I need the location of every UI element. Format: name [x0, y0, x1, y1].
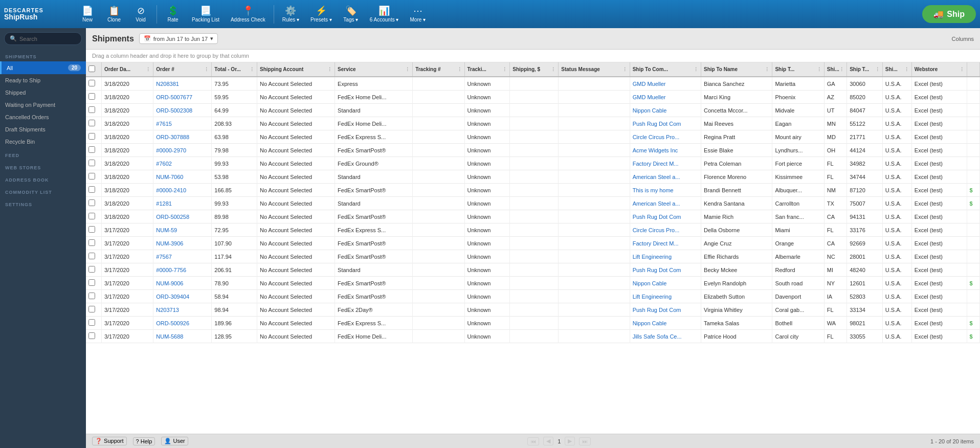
- footer-user-btn[interactable]: 👤 User: [161, 437, 188, 445]
- cell-order-num[interactable]: N208381: [153, 77, 212, 91]
- cell-ship-to-company[interactable]: Nippon Cable: [630, 277, 701, 290]
- row-checkbox[interactable]: [88, 80, 95, 86]
- row-checkbox[interactable]: [88, 186, 95, 193]
- row-checkbox-cell[interactable]: [86, 197, 101, 210]
- col-ship-to-country[interactable]: Shi...⋮: [882, 62, 911, 77]
- sidebar-item-waiting-on-payment[interactable]: Waiting on Payment: [0, 99, 86, 111]
- row-checkbox[interactable]: [88, 133, 95, 140]
- select-all-checkbox[interactable]: [88, 65, 95, 72]
- cell-order-num[interactable]: #1281: [153, 197, 212, 210]
- search-bar[interactable]: 🔍: [4, 32, 82, 45]
- sidebar-item-all[interactable]: All 20: [0, 61, 86, 74]
- cell-ship-to-company[interactable]: Circle Circus Pro...: [630, 130, 701, 144]
- last-page-button[interactable]: ⏭: [579, 437, 591, 445]
- table-container[interactable]: Order Da...⋮ Order #⋮ Total - Or...⋮ Shi…: [86, 62, 980, 434]
- row-checkbox-cell[interactable]: [86, 263, 101, 277]
- cell-order-num[interactable]: ORD-500926: [153, 317, 212, 330]
- row-checkbox[interactable]: [88, 213, 95, 219]
- date-range-button[interactable]: 📅 from Jun 17 to Jun 17 ▾: [139, 33, 218, 44]
- row-checkbox[interactable]: [88, 226, 95, 233]
- col-total[interactable]: Total - Or...⋮: [212, 62, 257, 77]
- cell-order-num[interactable]: ORD-500258: [153, 210, 212, 223]
- void-button[interactable]: ⊘ Void: [128, 3, 153, 26]
- row-checkbox[interactable]: [88, 253, 95, 259]
- cell-order-num[interactable]: NUM-5688: [153, 330, 212, 343]
- row-checkbox[interactable]: [88, 93, 95, 100]
- col-shipping-cost[interactable]: Shipping, $⋮: [510, 62, 559, 77]
- ship-button[interactable]: 🚚 Ship: [922, 5, 976, 23]
- row-checkbox[interactable]: [88, 279, 95, 286]
- row-checkbox[interactable]: [88, 293, 95, 299]
- cell-ship-to-company[interactable]: Nippon Cable: [630, 317, 701, 330]
- cell-order-num[interactable]: ORD-5007677: [153, 91, 212, 104]
- cell-ship-to-company[interactable]: Lift Engineering: [630, 250, 701, 263]
- row-checkbox-cell[interactable]: [86, 144, 101, 157]
- row-checkbox[interactable]: [88, 146, 95, 153]
- first-page-button[interactable]: ⏮: [527, 437, 539, 445]
- next-page-button[interactable]: ▶: [565, 437, 575, 445]
- clone-button[interactable]: 📋 Clone: [101, 3, 127, 26]
- sidebar-item-cancelled-orders[interactable]: Cancelled Orders: [0, 111, 86, 123]
- row-checkbox[interactable]: [88, 239, 95, 246]
- cell-ship-to-company[interactable]: Circle Circus Pro...: [630, 223, 701, 237]
- row-checkbox[interactable]: [88, 332, 95, 339]
- row-checkbox[interactable]: [88, 306, 95, 312]
- cell-order-num[interactable]: #0000-7756: [153, 263, 212, 277]
- cell-ship-to-company[interactable]: American Steel a...: [630, 197, 701, 210]
- cell-order-num[interactable]: #0000-2970: [153, 144, 212, 157]
- footer-help-btn[interactable]: ? Help: [133, 437, 155, 445]
- col-ship-to-name[interactable]: Ship To Name⋮: [701, 62, 772, 77]
- col-service[interactable]: Service⋮: [335, 62, 413, 77]
- prev-page-button[interactable]: ◀: [543, 437, 553, 445]
- row-checkbox-cell[interactable]: [86, 223, 101, 237]
- col-tracking[interactable]: Tracking #⋮: [413, 62, 464, 77]
- col-tracking2[interactable]: Tracki...⋮: [464, 62, 510, 77]
- cell-order-num[interactable]: ORD-5002308: [153, 104, 212, 117]
- row-checkbox[interactable]: [88, 120, 95, 126]
- cell-ship-to-company[interactable]: Nippon Cable: [630, 104, 701, 117]
- presets-button[interactable]: ⚡ Presets ▾: [305, 3, 337, 26]
- col-ship-to-company[interactable]: Ship To Com...⋮: [630, 62, 701, 77]
- footer-support-btn[interactable]: ❓ Support: [92, 437, 127, 445]
- col-webstore[interactable]: Webstore⋮: [911, 62, 967, 77]
- col-ship-to-zip[interactable]: Ship T...⋮: [847, 62, 883, 77]
- row-checkbox-cell[interactable]: [86, 277, 101, 290]
- cell-ship-to-company[interactable]: Lift Engineering: [630, 290, 701, 303]
- row-checkbox[interactable]: [88, 266, 95, 273]
- cell-order-num[interactable]: #7615: [153, 117, 212, 130]
- row-checkbox-cell[interactable]: [86, 91, 101, 104]
- col-shipping-account[interactable]: Shipping Account⋮: [257, 62, 335, 77]
- row-checkbox-cell[interactable]: [86, 184, 101, 197]
- new-button[interactable]: 📄 New: [75, 3, 100, 26]
- cell-ship-to-company[interactable]: Push Rug Dot Com: [630, 303, 701, 317]
- row-checkbox-cell[interactable]: [86, 77, 101, 91]
- cell-order-num[interactable]: ORD-309404: [153, 290, 212, 303]
- cell-order-num[interactable]: N203713: [153, 303, 212, 317]
- cell-ship-to-company[interactable]: Factory Direct M...: [630, 157, 701, 170]
- cell-order-num[interactable]: NUM-59: [153, 223, 212, 237]
- columns-button[interactable]: Columns: [952, 36, 974, 42]
- row-checkbox-cell[interactable]: [86, 210, 101, 223]
- sidebar-item-shipped[interactable]: Shipped: [0, 86, 86, 99]
- row-checkbox[interactable]: [88, 319, 95, 326]
- cell-ship-to-company[interactable]: GMD Mueller: [630, 77, 701, 91]
- col-status-message[interactable]: Status Message⋮: [559, 62, 630, 77]
- cell-ship-to-company[interactable]: American Steel a...: [630, 170, 701, 184]
- row-checkbox-cell[interactable]: [86, 170, 101, 184]
- cell-ship-to-company[interactable]: Push Rug Dot Com: [630, 263, 701, 277]
- cell-ship-to-company[interactable]: Push Rug Dot Com: [630, 210, 701, 223]
- cell-ship-to-company[interactable]: This is my home: [630, 184, 701, 197]
- cell-order-num[interactable]: #0000-2410: [153, 184, 212, 197]
- cell-ship-to-company[interactable]: Factory Direct M...: [630, 237, 701, 250]
- cell-order-num[interactable]: #7567: [153, 250, 212, 263]
- cell-order-num[interactable]: NUM-7060: [153, 170, 212, 184]
- row-checkbox-cell[interactable]: [86, 157, 101, 170]
- row-checkbox-cell[interactable]: [86, 117, 101, 130]
- row-checkbox[interactable]: [88, 106, 95, 113]
- cell-order-num[interactable]: ORD-307888: [153, 130, 212, 144]
- sidebar-item-recycle-bin[interactable]: Recycle Bin: [0, 136, 86, 148]
- col-order-date[interactable]: Order Da...⋮: [101, 62, 153, 77]
- packing-list-button[interactable]: 📃 Packing List: [187, 3, 225, 26]
- col-ship-to-city[interactable]: Ship T...⋮: [772, 62, 824, 77]
- col-order-num[interactable]: Order #⋮: [153, 62, 212, 77]
